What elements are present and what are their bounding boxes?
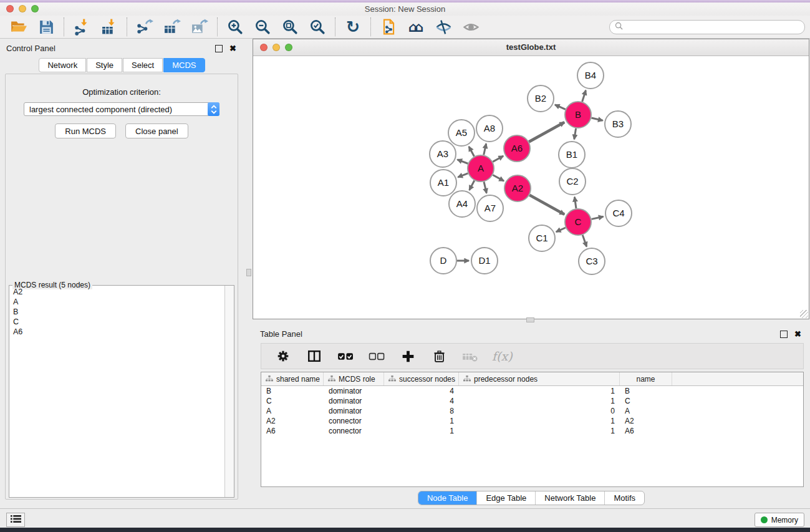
hide-selected-icon[interactable] — [434, 17, 453, 36]
graph-edge-A-A7[interactable] — [484, 181, 486, 193]
table-cell[interactable]: 1 — [459, 417, 620, 425]
search-field[interactable] — [609, 20, 805, 34]
table-cell[interactable]: dominator — [324, 397, 384, 405]
graph-edge-C-C1[interactable] — [556, 228, 566, 232]
graph-node-A1[interactable]: A1 — [430, 170, 456, 196]
graph-node-A3[interactable]: A3 — [430, 141, 456, 167]
table-row[interactable]: Adominator80A — [261, 406, 803, 416]
refresh-icon[interactable]: ↻ — [344, 17, 362, 36]
table-cell[interactable]: A2 — [261, 417, 324, 425]
graph-edge-B-B2[interactable] — [555, 105, 566, 109]
search-input[interactable] — [626, 22, 799, 32]
table-cell[interactable]: A — [620, 407, 672, 415]
show-all-icon[interactable] — [461, 17, 480, 36]
graph-edge-A-A6[interactable] — [493, 156, 503, 162]
tab-mcds[interactable]: MCDS — [163, 58, 205, 72]
graph-node-A6[interactable]: A6 — [504, 135, 530, 162]
tab-select[interactable]: Select — [123, 58, 163, 72]
delete-table-icon[interactable] — [461, 347, 480, 365]
export-image-icon[interactable] — [190, 17, 209, 36]
close-table-panel-icon[interactable]: ✖ — [794, 331, 801, 337]
network-canvas[interactable]: B4B2BB3A5A8A6B1A3AA1A2C2A4A7C4CC1C3DD1 — [253, 56, 809, 319]
table-cell[interactable]: 8 — [384, 407, 459, 415]
graph-edge-C-C2[interactable] — [574, 197, 576, 208]
create-column-icon[interactable] — [398, 347, 417, 365]
table-cell[interactable]: C — [620, 397, 672, 405]
table-cell[interactable]: C — [261, 397, 324, 405]
run-mcds-button[interactable]: Run MCDS — [55, 123, 116, 138]
graph-edge-A-A4[interactable] — [470, 180, 475, 190]
graph-node-C[interactable]: C — [565, 209, 591, 235]
graph-edge-A-A5[interactable] — [469, 147, 475, 157]
mcds-result-item[interactable]: B — [9, 307, 224, 317]
result-scrollbar[interactable] — [224, 286, 234, 497]
table-cell[interactable]: connector — [324, 427, 384, 435]
table-tab-edge-table[interactable]: Edge Table — [476, 491, 535, 505]
column-header-shared-name[interactable]: shared name — [261, 372, 324, 385]
split-view-icon[interactable] — [305, 347, 324, 365]
float-panel-icon[interactable] — [215, 45, 223, 52]
mcds-result-item[interactable]: A6 — [9, 327, 224, 337]
mcds-result-item[interactable]: A — [9, 297, 224, 307]
zoom-in-icon[interactable] — [226, 17, 244, 36]
graph-edge-B-B1[interactable] — [574, 128, 576, 140]
table-cell[interactable]: connector — [324, 417, 384, 425]
column-header-mcds-role[interactable]: MCDS role — [324, 372, 384, 385]
close-panel-icon[interactable]: ✖ — [229, 46, 236, 52]
table-row[interactable]: A6connector11A6 — [261, 426, 803, 436]
tab-network[interactable]: Network — [39, 58, 86, 72]
table-row[interactable]: A2connector11A2 — [261, 416, 803, 426]
graph-node-D1[interactable]: D1 — [471, 248, 498, 274]
graph-edge-A-A8[interactable] — [484, 143, 486, 155]
table-cell[interactable]: B — [261, 387, 324, 395]
export-network-icon[interactable] — [135, 17, 154, 36]
table-cell[interactable]: dominator — [324, 387, 384, 395]
graph-edge-A-A2[interactable] — [493, 175, 504, 181]
graph-node-A2[interactable]: A2 — [504, 175, 531, 201]
zoom-out-icon[interactable] — [253, 17, 272, 36]
table-cell[interactable]: A6 — [261, 427, 324, 435]
table-cell[interactable]: 1 — [384, 417, 459, 425]
graph-node-D[interactable]: D — [430, 248, 456, 274]
main-titlebar[interactable]: Session: New Session — [0, 2, 810, 16]
close-panel-button[interactable]: Close panel — [125, 123, 188, 138]
mcds-result-list[interactable]: A2ABCA6 — [9, 287, 224, 497]
first-neighbors-icon[interactable]: ⌂⌂ — [407, 17, 425, 36]
table-cell[interactable]: 1 — [459, 387, 620, 395]
table-cell[interactable]: 1 — [459, 397, 620, 405]
table-row[interactable]: Bdominator41B — [261, 386, 803, 396]
delete-columns-icon[interactable] — [430, 347, 448, 365]
graph-edge-C-C3[interactable] — [582, 235, 587, 247]
float-table-panel-icon[interactable] — [780, 331, 788, 338]
table-cell[interactable]: A — [261, 407, 324, 415]
graph-edge-A6-B[interactable] — [529, 122, 564, 142]
optimization-criterion-select[interactable]: largest connected component (directed) — [24, 102, 219, 116]
graph-node-B[interactable]: B — [565, 102, 591, 128]
graph-node-A[interactable]: A — [468, 155, 494, 181]
graph-edge-C-C4[interactable] — [592, 216, 604, 219]
graph-node-C1[interactable]: C1 — [529, 225, 555, 251]
table-cell[interactable]: dominator — [324, 407, 384, 415]
table-row[interactable]: Cdominator41C — [261, 396, 803, 406]
graph-edge-A-A3[interactable] — [457, 160, 468, 163]
table-cell[interactable]: 1 — [384, 427, 459, 435]
graph-node-A8[interactable]: A8 — [476, 115, 503, 142]
status-list-button[interactable] — [6, 513, 25, 527]
graph-node-A7[interactable]: A7 — [477, 195, 503, 221]
import-table-icon[interactable] — [100, 17, 118, 36]
splitter-handle-left[interactable] — [246, 269, 251, 276]
graph-node-C2[interactable]: C2 — [559, 168, 586, 195]
table-cell[interactable]: A2 — [620, 417, 672, 425]
export-table-icon[interactable] — [163, 17, 181, 36]
table-cell[interactable]: 0 — [459, 407, 620, 415]
graph-node-B3[interactable]: B3 — [605, 111, 631, 137]
table-tab-motifs[interactable]: Motifs — [604, 491, 644, 505]
graph-node-B1[interactable]: B1 — [559, 142, 585, 168]
memory-button[interactable]: Memory — [755, 513, 804, 527]
tab-style[interactable]: Style — [87, 58, 122, 72]
table-cell[interactable]: 1 — [459, 427, 620, 435]
graph-node-C3[interactable]: C3 — [579, 248, 605, 274]
table-cell[interactable]: B — [620, 387, 672, 395]
network-from-file-icon[interactable] — [379, 17, 398, 36]
graph-edge-A2-C[interactable] — [529, 195, 564, 215]
